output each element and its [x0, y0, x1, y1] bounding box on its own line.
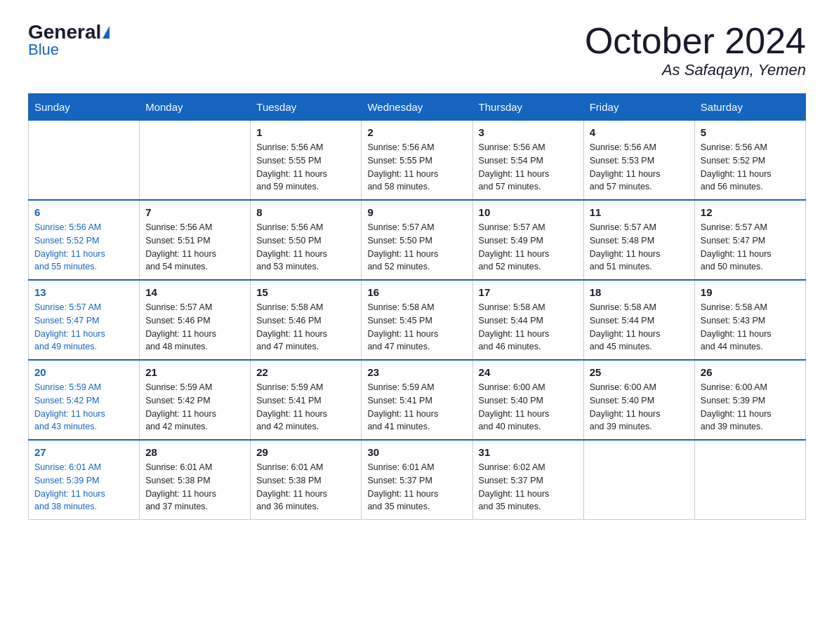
day-number: 16	[367, 286, 466, 298]
day-info: Sunrise: 5:58 AMSunset: 5:46 PMDaylight:…	[256, 301, 355, 354]
title-section: October 2024 As Safaqayn, Yemen	[585, 21, 806, 79]
day-number: 18	[590, 286, 689, 298]
calendar-cell	[140, 121, 251, 201]
calendar-cell: 11Sunrise: 5:57 AMSunset: 5:48 PMDayligh…	[583, 200, 694, 280]
day-info: Sunrise: 6:00 AMSunset: 5:40 PMDaylight:…	[590, 381, 689, 434]
calendar-cell: 15Sunrise: 5:58 AMSunset: 5:46 PMDayligh…	[251, 280, 362, 360]
day-info: Sunrise: 5:56 AMSunset: 5:55 PMDaylight:…	[367, 141, 466, 194]
calendar-cell: 17Sunrise: 5:58 AMSunset: 5:44 PMDayligh…	[472, 280, 583, 360]
calendar-cell: 29Sunrise: 6:01 AMSunset: 5:38 PMDayligh…	[251, 440, 362, 520]
calendar-cell: 13Sunrise: 5:57 AMSunset: 5:47 PMDayligh…	[29, 280, 140, 360]
day-number: 19	[701, 286, 800, 298]
calendar-cell: 8Sunrise: 5:56 AMSunset: 5:50 PMDaylight…	[251, 200, 362, 280]
day-info: Sunrise: 5:56 AMSunset: 5:53 PMDaylight:…	[590, 141, 689, 194]
calendar-cell: 5Sunrise: 5:56 AMSunset: 5:52 PMDaylight…	[694, 121, 805, 201]
day-info: Sunrise: 6:02 AMSunset: 5:37 PMDaylight:…	[479, 461, 578, 514]
day-number: 12	[701, 206, 800, 218]
day-number: 27	[34, 446, 133, 458]
day-number: 29	[256, 446, 355, 458]
calendar-cell: 1Sunrise: 5:56 AMSunset: 5:55 PMDaylight…	[251, 121, 362, 201]
day-info: Sunrise: 5:58 AMSunset: 5:43 PMDaylight:…	[701, 301, 800, 354]
calendar-cell: 25Sunrise: 6:00 AMSunset: 5:40 PMDayligh…	[583, 360, 694, 440]
day-info: Sunrise: 5:59 AMSunset: 5:41 PMDaylight:…	[367, 381, 466, 434]
day-number: 30	[367, 446, 466, 458]
calendar-cell: 20Sunrise: 5:59 AMSunset: 5:42 PMDayligh…	[29, 360, 140, 440]
calendar-cell: 14Sunrise: 5:57 AMSunset: 5:46 PMDayligh…	[140, 280, 251, 360]
calendar-cell: 18Sunrise: 5:58 AMSunset: 5:44 PMDayligh…	[583, 280, 694, 360]
calendar-cell: 9Sunrise: 5:57 AMSunset: 5:50 PMDaylight…	[362, 200, 472, 280]
calendar-cell	[29, 121, 140, 201]
day-info: Sunrise: 6:00 AMSunset: 5:40 PMDaylight:…	[479, 381, 578, 434]
day-info: Sunrise: 5:57 AMSunset: 5:47 PMDaylight:…	[34, 301, 133, 354]
logo: General Blue	[28, 21, 111, 59]
calendar-cell: 31Sunrise: 6:02 AMSunset: 5:37 PMDayligh…	[472, 440, 583, 520]
day-info: Sunrise: 5:57 AMSunset: 5:46 PMDaylight:…	[145, 301, 244, 354]
day-info: Sunrise: 5:57 AMSunset: 5:47 PMDaylight:…	[701, 221, 800, 274]
calendar-week-row: 27Sunrise: 6:01 AMSunset: 5:39 PMDayligh…	[29, 440, 806, 520]
day-info: Sunrise: 5:58 AMSunset: 5:44 PMDaylight:…	[590, 301, 689, 354]
day-number: 6	[34, 206, 133, 218]
calendar-cell: 12Sunrise: 5:57 AMSunset: 5:47 PMDayligh…	[694, 200, 805, 280]
day-info: Sunrise: 5:58 AMSunset: 5:44 PMDaylight:…	[479, 301, 578, 354]
day-number: 8	[256, 206, 355, 218]
day-number: 25	[590, 366, 689, 378]
logo-triangle-icon	[102, 26, 110, 39]
page-header: General Blue October 2024 As Safaqayn, Y…	[28, 21, 806, 79]
calendar-cell: 22Sunrise: 5:59 AMSunset: 5:41 PMDayligh…	[251, 360, 362, 440]
calendar-cell: 28Sunrise: 6:01 AMSunset: 5:38 PMDayligh…	[140, 440, 251, 520]
col-tuesday: Tuesday	[251, 94, 362, 121]
day-number: 15	[256, 286, 355, 298]
calendar-cell: 24Sunrise: 6:00 AMSunset: 5:40 PMDayligh…	[472, 360, 583, 440]
month-title: October 2024	[585, 21, 806, 61]
day-info: Sunrise: 5:59 AMSunset: 5:41 PMDaylight:…	[256, 381, 355, 434]
col-monday: Monday	[140, 94, 251, 121]
day-number: 5	[701, 126, 800, 138]
day-number: 24	[479, 366, 578, 378]
day-number: 14	[145, 286, 244, 298]
calendar-cell: 4Sunrise: 5:56 AMSunset: 5:53 PMDaylight…	[583, 121, 694, 201]
day-info: Sunrise: 5:58 AMSunset: 5:45 PMDaylight:…	[367, 301, 466, 354]
calendar-cell: 30Sunrise: 6:01 AMSunset: 5:37 PMDayligh…	[362, 440, 472, 520]
calendar-week-row: 6Sunrise: 5:56 AMSunset: 5:52 PMDaylight…	[29, 200, 806, 280]
day-info: Sunrise: 5:56 AMSunset: 5:55 PMDaylight:…	[256, 141, 355, 194]
day-info: Sunrise: 5:57 AMSunset: 5:48 PMDaylight:…	[590, 221, 689, 274]
calendar-cell: 3Sunrise: 5:56 AMSunset: 5:54 PMDaylight…	[472, 121, 583, 201]
day-info: Sunrise: 5:56 AMSunset: 5:52 PMDaylight:…	[34, 221, 133, 274]
day-number: 21	[145, 366, 244, 378]
col-saturday: Saturday	[694, 94, 805, 121]
col-thursday: Thursday	[472, 94, 583, 121]
col-wednesday: Wednesday	[362, 94, 472, 121]
day-number: 20	[34, 366, 133, 378]
calendar-cell: 19Sunrise: 5:58 AMSunset: 5:43 PMDayligh…	[694, 280, 805, 360]
day-number: 3	[479, 126, 578, 138]
day-number: 31	[479, 446, 578, 458]
calendar-cell: 10Sunrise: 5:57 AMSunset: 5:49 PMDayligh…	[472, 200, 583, 280]
calendar-cell: 27Sunrise: 6:01 AMSunset: 5:39 PMDayligh…	[29, 440, 140, 520]
day-info: Sunrise: 5:56 AMSunset: 5:52 PMDaylight:…	[701, 141, 800, 194]
day-number: 10	[479, 206, 578, 218]
day-number: 13	[34, 286, 133, 298]
calendar-cell: 21Sunrise: 5:59 AMSunset: 5:42 PMDayligh…	[140, 360, 251, 440]
day-info: Sunrise: 6:01 AMSunset: 5:39 PMDaylight:…	[34, 461, 133, 514]
calendar-table: Sunday Monday Tuesday Wednesday Thursday…	[28, 93, 806, 520]
col-friday: Friday	[583, 94, 694, 121]
day-number: 9	[367, 206, 466, 218]
calendar-cell: 16Sunrise: 5:58 AMSunset: 5:45 PMDayligh…	[362, 280, 472, 360]
calendar-cell: 6Sunrise: 5:56 AMSunset: 5:52 PMDaylight…	[29, 200, 140, 280]
day-info: Sunrise: 5:57 AMSunset: 5:50 PMDaylight:…	[367, 221, 466, 274]
day-info: Sunrise: 5:56 AMSunset: 5:50 PMDaylight:…	[256, 221, 355, 274]
logo-blue-text: Blue	[28, 41, 59, 59]
day-number: 28	[145, 446, 244, 458]
day-info: Sunrise: 6:01 AMSunset: 5:38 PMDaylight:…	[256, 461, 355, 514]
calendar-week-row: 13Sunrise: 5:57 AMSunset: 5:47 PMDayligh…	[29, 280, 806, 360]
calendar-cell	[694, 440, 805, 520]
day-number: 22	[256, 366, 355, 378]
day-info: Sunrise: 5:56 AMSunset: 5:51 PMDaylight:…	[145, 221, 244, 274]
day-number: 26	[701, 366, 800, 378]
day-info: Sunrise: 5:57 AMSunset: 5:49 PMDaylight:…	[479, 221, 578, 274]
day-number: 17	[479, 286, 578, 298]
calendar-cell: 7Sunrise: 5:56 AMSunset: 5:51 PMDaylight…	[140, 200, 251, 280]
day-number: 7	[145, 206, 244, 218]
calendar-cell	[583, 440, 694, 520]
day-number: 11	[590, 206, 689, 218]
